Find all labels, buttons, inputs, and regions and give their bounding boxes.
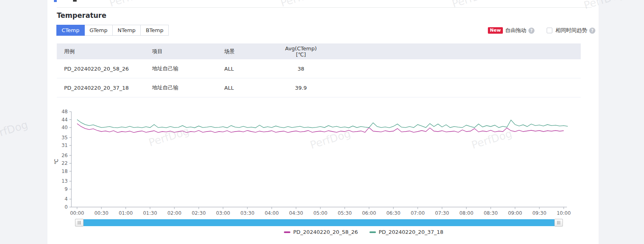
x-tick-label: 09:00	[508, 210, 522, 216]
x-tick-label: 03:30	[240, 210, 255, 216]
series-line-0	[77, 123, 564, 132]
y-tick-label: 35	[62, 135, 68, 140]
x-tick-label: 04:00	[265, 210, 279, 216]
table-header-row: 用例 项目 场景 Avg(CTemp)[℃]	[57, 43, 581, 59]
time-range-scrollbar[interactable]	[75, 219, 563, 226]
y-tick-label: 44	[62, 117, 68, 123]
line-chart-svg: 049131822263135404448℃00:0000:3001:0001:…	[47, 104, 591, 221]
y-tick-label: 9	[64, 186, 68, 192]
clipped-section-title-fragment	[73, 0, 77, 2]
legend-swatch-series2	[369, 231, 376, 233]
x-tick-label: 08:00	[459, 210, 474, 216]
cell-project: 地址自己输	[152, 84, 224, 91]
y-tick-label: 0	[64, 204, 68, 210]
temperature-panel: Temperature CTemp GTemp NTemp BTemp New …	[47, 0, 599, 244]
same-time-trend-checkbox[interactable]	[547, 28, 552, 33]
x-tick-label: 00:30	[94, 210, 109, 216]
col-header-project: 项目	[152, 48, 224, 55]
col-header-avg-ctemp: Avg(CTemp)[℃]	[281, 45, 320, 58]
cell-project: 地址自己输	[152, 65, 224, 72]
y-axis-unit-label: ℃	[54, 159, 59, 164]
same-time-trend-help-icon[interactable]: ?	[589, 28, 595, 34]
x-tick-label: 03:00	[216, 210, 230, 216]
y-tick-label: 31	[62, 143, 68, 148]
col-header-usecase: 用例	[57, 48, 152, 55]
x-tick-label: 08:30	[484, 210, 498, 216]
cell-avg-ctemp: 38	[281, 66, 320, 72]
y-tick-label: 4	[64, 196, 68, 202]
tab-ctemp[interactable]: CTemp	[56, 25, 85, 36]
x-tick-label: 10:00	[557, 210, 571, 216]
y-tick-label: 40	[62, 125, 68, 130]
tab-gtemp[interactable]: GTemp	[84, 25, 113, 36]
same-time-trend-label: 相同时间趋势	[556, 27, 587, 34]
section-divider	[57, 7, 592, 8]
scrollbar-right-handle[interactable]	[554, 219, 563, 227]
y-tick-label: 18	[62, 168, 68, 174]
x-tick-label: 05:30	[338, 210, 352, 216]
cell-usecase: PD_20240220_20_37_18	[57, 85, 152, 91]
new-badge: New	[488, 27, 503, 34]
legend-swatch-series1	[284, 231, 290, 233]
page-title: Temperature	[57, 11, 106, 19]
legend-label-series1: PD_20240220_20_58_26	[293, 229, 358, 235]
temperature-chart: 049131822263135404448℃00:0000:3001:0001:…	[47, 104, 591, 221]
x-tick-label: 07:30	[435, 210, 449, 216]
x-tick-label: 02:30	[192, 210, 206, 216]
cell-avg-ctemp: 39.9	[281, 85, 320, 91]
chart-controls: New 自由拖动 ? 相同时间趋势 ?	[488, 27, 595, 34]
scrollbar-left-handle[interactable]	[75, 219, 84, 227]
y-tick-label: 22	[62, 160, 68, 166]
x-tick-label: 07:00	[411, 210, 425, 216]
tab-btemp[interactable]: BTemp	[140, 25, 169, 36]
x-tick-label: 05:00	[313, 210, 328, 216]
x-tick-label: 06:30	[386, 210, 401, 216]
table-row[interactable]: PD_20240220_20_58_26 地址自己输 ALL 38	[57, 59, 581, 78]
tab-ntemp[interactable]: NTemp	[112, 25, 141, 36]
x-tick-label: 04:30	[289, 210, 303, 216]
cell-usecase: PD_20240220_20_58_26	[57, 66, 152, 72]
series-line-1	[77, 120, 568, 128]
x-tick-label: 00:00	[70, 210, 84, 216]
legend-item[interactable]: PD_20240220_20_37_18	[369, 229, 444, 235]
watermark: PerfDog	[0, 119, 29, 143]
x-tick-label: 09:30	[532, 210, 547, 216]
x-tick-label: 02:00	[167, 210, 182, 216]
free-drag-help-icon[interactable]: ?	[528, 28, 535, 34]
legend-item[interactable]: PD_20240220_20_58_26	[284, 229, 358, 235]
y-tick-label: 13	[62, 178, 68, 184]
x-tick-label: 01:00	[119, 210, 133, 216]
legend-label-series2: PD_20240220_20_37_18	[379, 229, 444, 235]
y-tick-label: 26	[62, 153, 68, 158]
cell-scene: ALL	[224, 85, 281, 91]
cell-scene: ALL	[224, 66, 281, 72]
chart-legend: PD_20240220_20_58_26 PD_20240220_20_37_1…	[284, 229, 443, 235]
col-header-scene: 场景	[224, 48, 281, 55]
temp-tab-bar: CTemp GTemp NTemp BTemp	[56, 25, 169, 36]
summary-table: 用例 项目 场景 Avg(CTemp)[℃] PD_20240220_20_58…	[57, 43, 581, 97]
free-drag-label: 自由拖动	[505, 27, 526, 34]
clipped-section-marker	[54, 0, 57, 2]
y-tick-label: 48	[62, 109, 68, 114]
x-tick-label: 01:30	[143, 210, 157, 216]
x-tick-label: 06:00	[362, 210, 376, 216]
table-row[interactable]: PD_20240220_20_37_18 地址自己输 ALL 39.9	[57, 78, 581, 97]
